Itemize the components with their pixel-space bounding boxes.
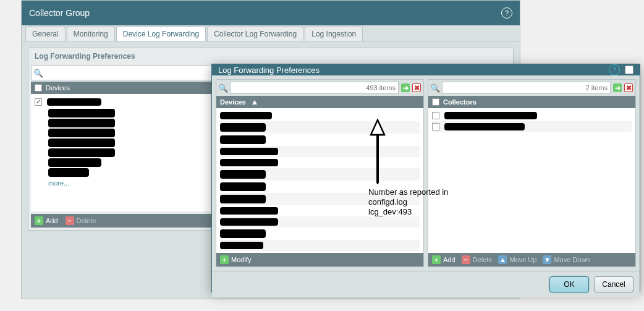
list-item[interactable] [220, 146, 420, 157]
dialog-title: Log Forwarding Preferences [218, 66, 320, 75]
devices-search-input[interactable] [230, 82, 399, 94]
row-checkbox[interactable] [432, 112, 439, 119]
tab-general[interactable]: General [25, 27, 66, 41]
cancel-button[interactable]: Cancel [594, 276, 633, 292]
list-item[interactable] [220, 110, 420, 121]
list-item[interactable] [220, 157, 420, 168]
row-checkbox[interactable] [432, 123, 439, 130]
list-item[interactable] [220, 216, 420, 228]
search-icon[interactable]: 🔍 [219, 83, 227, 92]
devices-toolbar: +Modify [216, 253, 423, 266]
list-item[interactable] [220, 168, 420, 181]
window-menu-icon[interactable] [625, 66, 633, 74]
log-forwarding-dialog: Log Forwarding Preferences ? 🔍 ➔ ✖ Devic… [211, 64, 640, 292]
window-title: Collector Group [29, 8, 90, 18]
redacted-item [48, 158, 101, 167]
devices-list[interactable] [216, 108, 423, 253]
search-icon[interactable]: 🔍 [431, 83, 439, 92]
sort-asc-icon [252, 100, 257, 104]
redacted-item [220, 207, 278, 215]
search-icon[interactable]: 🔍 [34, 69, 43, 77]
tab-collector-log-forwarding[interactable]: Collector Log Forwarding [207, 27, 303, 41]
annotation-text: Number as reported in configd.log lcg_de… [368, 187, 492, 217]
redacted-item [220, 242, 263, 249]
dialog-titlebar: Log Forwarding Preferences ? [212, 64, 640, 75]
collectors-panel: 🔍 ➔ ✖ Collectors +Add −Delete ▲Move Up ▼… [428, 79, 636, 267]
redacted-item [220, 148, 278, 155]
redacted-item [220, 218, 278, 226]
devices-header-label: Devices [46, 84, 70, 92]
redacted-item [220, 159, 278, 166]
collectors-header-label: Collectors [443, 98, 477, 106]
list-item[interactable] [220, 134, 420, 146]
ok-button[interactable]: OK [549, 276, 589, 292]
redacted-item [48, 138, 115, 147]
collectors-toolbar: +Add −Delete ▲Move Up ▼Move Down [428, 253, 635, 266]
tab-monitoring[interactable]: Monitoring [67, 27, 115, 41]
redacted-item [48, 168, 89, 177]
row-checkbox[interactable] [35, 98, 42, 106]
modify-button[interactable]: +Modify [220, 255, 251, 264]
group-title: Log Forwarding Preferences [28, 48, 513, 64]
list-item[interactable] [432, 110, 632, 121]
clear-icon[interactable]: ✖ [412, 83, 421, 92]
select-all-checkbox[interactable] [432, 98, 439, 106]
apply-icon[interactable]: ➔ [613, 83, 622, 92]
help-icon[interactable]: ? [501, 7, 512, 19]
list-item[interactable] [220, 228, 420, 240]
select-all-checkbox[interactable] [35, 84, 42, 92]
devices-panel: 🔍 ➔ ✖ Devices +Modify [216, 79, 424, 267]
move-down-button[interactable]: ▼Move Down [543, 255, 590, 264]
apply-icon[interactable]: ➔ [401, 83, 410, 92]
tab-device-log-forwarding[interactable]: Device Log Forwarding [116, 27, 206, 41]
redacted-item [220, 112, 272, 119]
delete-button[interactable]: −Delete [66, 216, 96, 225]
redacted-item [444, 123, 525, 130]
help-icon[interactable]: ? [609, 64, 620, 75]
clear-icon[interactable]: ✖ [624, 83, 633, 92]
redacted-item [220, 123, 266, 132]
list-item[interactable] [220, 240, 420, 251]
redacted-item [220, 229, 266, 238]
redacted-item [444, 112, 537, 119]
devices-header[interactable]: Devices [216, 96, 423, 108]
list-item[interactable] [432, 121, 632, 132]
add-button[interactable]: +Add [432, 255, 455, 264]
collectors-list[interactable] [428, 108, 635, 253]
add-button[interactable]: +Add [35, 216, 58, 225]
devices-header-label: Devices [220, 98, 246, 106]
list-item[interactable] [220, 121, 420, 134]
redacted-item [220, 170, 266, 179]
collectors-search-input[interactable] [442, 82, 611, 94]
dialog-footer: OK Cancel [212, 271, 640, 297]
redacted-item [220, 135, 266, 144]
redacted-item [48, 119, 115, 127]
redacted-item [48, 109, 115, 117]
collectors-header[interactable]: Collectors [428, 96, 635, 108]
redacted-item [47, 98, 101, 106]
redacted-item [48, 129, 115, 137]
window-titlebar: Collector Group ? [22, 1, 520, 25]
redacted-item [220, 195, 266, 203]
tabs: GeneralMonitoringDevice Log ForwardingCo… [22, 25, 520, 41]
redacted-item [220, 182, 266, 191]
move-up-button[interactable]: ▲Move Up [498, 255, 536, 264]
tab-log-ingestion[interactable]: Log Ingestion [305, 27, 363, 41]
delete-button[interactable]: −Delete [462, 255, 493, 264]
redacted-item [48, 148, 115, 157]
